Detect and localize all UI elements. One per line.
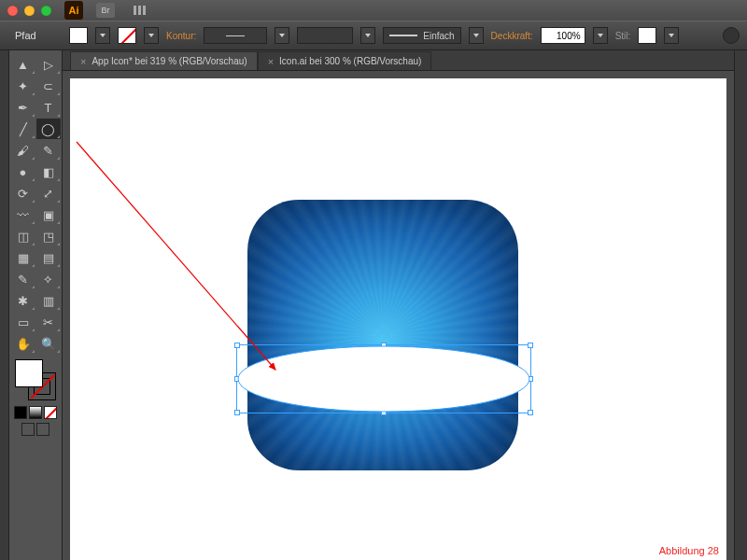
opacity-field[interactable]: 100% — [541, 27, 585, 44]
shape-builder-tool[interactable]: ◫ — [11, 226, 35, 246]
control-bar: Pfad Kontur: Einfach Deckkraft: 100% Sti… — [0, 21, 747, 50]
panel-dock-right[interactable] — [734, 50, 747, 560]
zoom-window-button[interactable] — [41, 6, 51, 16]
lasso-tool[interactable]: ⊂ — [36, 76, 61, 96]
paintbrush-tool[interactable]: 🖌 — [11, 140, 35, 161]
style-dropdown[interactable] — [664, 27, 679, 44]
width-tool[interactable]: 〰 — [11, 204, 35, 225]
zoom-tool[interactable]: 🔍 — [36, 333, 61, 354]
blob-brush-tool[interactable]: ● — [11, 161, 35, 182]
gradient-tool[interactable]: ▤ — [36, 247, 61, 268]
fill-dropdown[interactable] — [95, 27, 110, 44]
fill-stroke-indicator[interactable] — [15, 359, 56, 400]
perspective-grid-tool[interactable]: ◳ — [36, 226, 61, 246]
opacity-label: Deckkraft: — [491, 31, 533, 41]
profile-dropdown[interactable] — [469, 27, 484, 44]
bridge-button[interactable]: Br — [96, 3, 115, 18]
slice-tool[interactable]: ✂ — [36, 312, 61, 332]
artboard[interactable]: Abbildung 28 — [70, 78, 726, 560]
type-tool[interactable]: T — [36, 97, 61, 118]
svg-line-1 — [77, 142, 275, 370]
stroke-swatch[interactable] — [118, 27, 136, 44]
arrange-documents-button[interactable] — [130, 3, 148, 18]
hand-tool[interactable]: ✋ — [11, 333, 35, 354]
scale-tool[interactable]: ⤢ — [36, 183, 61, 203]
window-titlebar: Ai Br — [0, 0, 747, 21]
tab-label: App Icon* bei 319 % (RGB/Vorschau) — [92, 56, 247, 66]
mesh-tool[interactable]: ▦ — [11, 247, 35, 268]
none-mode-button[interactable] — [44, 406, 57, 419]
document-tabs: × App Icon* bei 319 % (RGB/Vorschau) × I… — [63, 50, 734, 71]
opacity-dropdown[interactable] — [593, 27, 608, 44]
stroke-label: Kontur: — [166, 31, 196, 41]
close-tab-icon[interactable]: × — [80, 56, 86, 67]
brush-definition[interactable] — [297, 27, 353, 44]
color-mode-button[interactable] — [14, 406, 27, 419]
canvas[interactable]: Abbildung 28 — [63, 71, 734, 560]
fill-swatch[interactable] — [69, 27, 88, 44]
minimize-window-button[interactable] — [24, 6, 35, 16]
rotate-tool[interactable]: ⟳ — [11, 183, 35, 203]
direct-selection-tool[interactable]: ▷ — [36, 54, 61, 75]
free-transform-tool[interactable]: ▣ — [36, 204, 61, 225]
brush-dropdown[interactable] — [360, 27, 375, 44]
app-badge: Ai — [64, 1, 83, 20]
tab-label: Icon.ai bei 300 % (RGB/Vorschau) — [279, 56, 421, 66]
eraser-tool[interactable]: ◧ — [36, 161, 61, 182]
pencil-tool[interactable]: ✎ — [36, 140, 61, 161]
stroke-dropdown[interactable] — [144, 27, 159, 44]
column-graph-tool[interactable]: ▥ — [36, 290, 61, 311]
stroke-weight-field[interactable] — [204, 27, 267, 44]
blend-tool[interactable]: ⟡ — [36, 269, 61, 289]
tools-panel: ▲▷✦⊂✒T╱◯🖌✎●◧⟳⤢〰▣◫◳▦▤✎⟡✱▥▭✂✋🔍 — [9, 50, 63, 560]
line-tool[interactable]: ╱ — [11, 119, 35, 139]
pen-tool[interactable]: ✒ — [11, 97, 35, 118]
eyedropper-tool[interactable]: ✎ — [11, 269, 35, 289]
fill-indicator[interactable] — [15, 359, 43, 387]
selection-tool[interactable]: ▲ — [11, 54, 35, 75]
style-label: Stil: — [615, 31, 631, 41]
document-tab-1[interactable]: × App Icon* bei 319 % (RGB/Vorschau) — [70, 51, 258, 70]
stroke-weight-dropdown[interactable] — [275, 27, 289, 44]
normal-screen-button[interactable] — [21, 423, 35, 436]
selection-type-label: Pfad — [15, 30, 62, 41]
full-screen-button[interactable] — [36, 423, 49, 436]
profile-label: Einfach — [423, 31, 454, 41]
app-icon-artwork[interactable] — [247, 200, 518, 470]
selected-ellipse-object[interactable] — [236, 344, 531, 413]
figure-caption: Abbildung 28 — [659, 545, 719, 556]
close-tab-icon[interactable]: × — [268, 56, 274, 67]
close-window-button[interactable] — [7, 6, 18, 16]
sync-settings-button[interactable] — [723, 27, 740, 44]
magic-wand-tool[interactable]: ✦ — [11, 76, 35, 96]
panel-dock-left[interactable] — [0, 50, 9, 560]
variable-width-profile[interactable]: Einfach — [383, 27, 460, 44]
document-tab-2[interactable]: × Icon.ai bei 300 % (RGB/Vorschau) — [258, 51, 432, 70]
gradient-mode-button[interactable] — [29, 406, 42, 419]
graphic-style-swatch[interactable] — [638, 27, 656, 44]
symbol-sprayer-tool[interactable]: ✱ — [11, 290, 35, 311]
ellipse-tool[interactable]: ◯ — [36, 119, 61, 139]
svg-point-0 — [238, 346, 529, 412]
artboard-tool[interactable]: ▭ — [11, 312, 35, 332]
